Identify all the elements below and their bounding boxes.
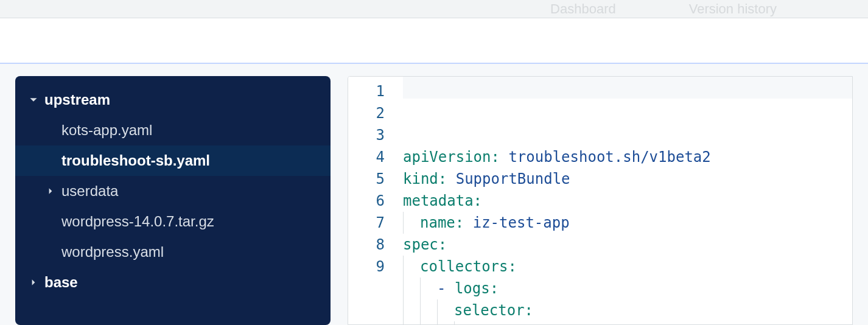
code-line[interactable]: collectors: [403,256,852,278]
code-line[interactable]: metadata: [403,190,852,212]
token-punct: : [525,302,533,319]
workspace: upstreamkots-app.yamltroubleshoot-sb.yam… [0,64,868,325]
chevron-down-icon[interactable] [27,94,40,106]
top-nav: Dashboard Version history [0,0,868,18]
code-line[interactable]: - logs: [403,278,852,299]
tree-item-label: wordpress.yaml [61,243,164,260]
code-editor[interactable]: 123456789 apiVersion: troubleshoot.sh/v1… [348,76,853,325]
token-sp [464,214,472,231]
token-key: logs [455,280,490,297]
token-punct: : [508,258,517,275]
tree-item-label: kots-app.yaml [61,122,152,139]
token-punct: : [491,149,500,166]
editor-code[interactable]: apiVersion: troubleshoot.sh/v1beta2kind:… [403,77,852,324]
code-line[interactable]: name: iz-test-app [403,212,852,234]
token-punct: : [490,280,499,297]
code-line[interactable]: selector: [403,299,852,321]
line-number: 4 [348,146,385,168]
tree-folder-base[interactable]: base [15,267,331,298]
token-key: apiVersion [403,149,491,166]
token-punct: : [455,214,464,231]
token-punct: : [474,192,482,209]
code-line[interactable]: - app.kubernetes.io/instance=wordpress [403,321,852,325]
token-punct: : [438,170,447,187]
line-number: 9 [348,256,385,278]
token-key: metadata [403,192,474,209]
line-number: 3 [348,124,385,146]
tree-file-troubleshoot-sb.yaml[interactable]: troubleshoot-sb.yaml [15,145,331,176]
tree-item-label: userdata [61,183,118,200]
tree-folder-upstream[interactable]: upstream [15,85,331,115]
sub-nav-bar [0,18,868,64]
chevron-right-icon[interactable] [27,276,40,288]
line-number: 1 [348,80,385,102]
line-number: 8 [348,234,385,256]
editor-gutter: 123456789 [348,77,403,324]
tree-item-label: wordpress-14.0.7.tar.gz [61,213,214,230]
tree-file-kots-app.yaml[interactable]: kots-app.yaml [15,115,331,145]
nav-version-history[interactable]: Version history [689,1,777,17]
tree-item-label: upstream [44,91,110,108]
token-str: SupportBundle [456,170,570,187]
nav-dashboard[interactable]: Dashboard [550,1,616,17]
current-line-highlight [403,77,852,99]
token-sp [500,149,508,166]
line-number: 6 [348,190,385,212]
tree-file-wordpress-14.0.7.tar.gz[interactable]: wordpress-14.0.7.tar.gz [15,206,331,237]
token-dash: - [437,280,455,297]
line-number: 2 [348,102,385,124]
chevron-right-icon[interactable] [44,185,57,197]
line-number: 5 [348,168,385,190]
tree-file-wordpress.yaml[interactable]: wordpress.yaml [15,237,331,267]
token-key: collectors [420,258,508,275]
token-key: selector [454,302,525,319]
code-line[interactable]: spec: [403,234,852,256]
code-line[interactable]: apiVersion: troubleshoot.sh/v1beta2 [403,146,852,168]
token-punct: : [438,236,447,253]
token-key: spec [403,236,438,253]
file-tree: upstreamkots-app.yamltroubleshoot-sb.yam… [15,76,331,325]
tree-folder-userdata[interactable]: userdata [15,176,331,206]
token-str: troubleshoot.sh/v1beta2 [508,149,710,166]
code-line[interactable]: kind: SupportBundle [403,168,852,190]
token-key: kind [403,170,438,187]
tree-item-label: base [44,274,78,291]
tree-item-label: troubleshoot-sb.yaml [61,152,210,169]
line-number: 7 [348,212,385,234]
token-key: name [420,214,455,231]
token-str: iz-test-app [473,214,570,231]
token-sp [447,170,455,187]
